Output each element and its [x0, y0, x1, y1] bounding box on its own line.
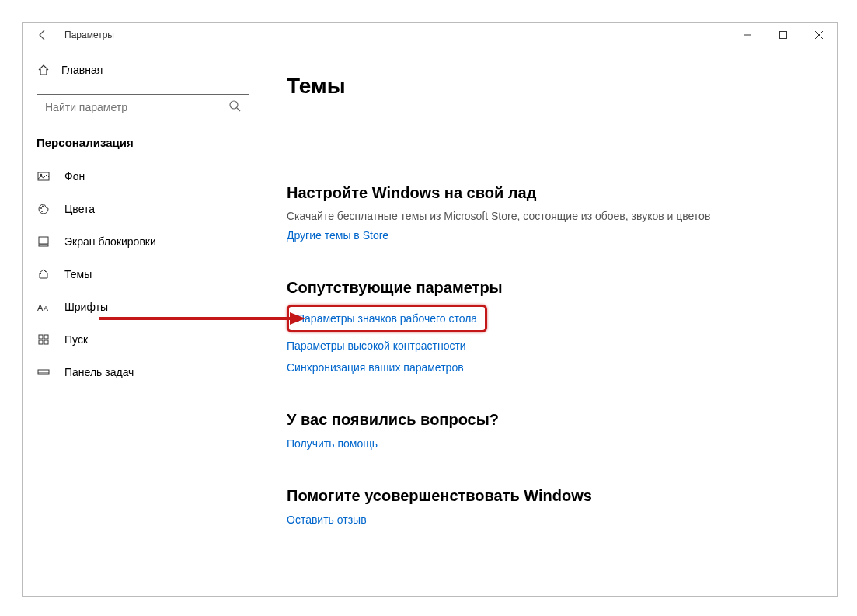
sidebar-item-label: Панель задач	[64, 366, 134, 378]
svg-rect-15	[39, 340, 43, 344]
store-themes-link[interactable]: Другие темы в Store	[287, 229, 388, 242]
sidebar-item-start[interactable]: Пуск	[23, 323, 263, 356]
back-button[interactable]	[35, 27, 51, 43]
sync-settings-link[interactable]: Синхронизация ваших параметров	[287, 361, 464, 374]
svg-point-6	[40, 207, 42, 209]
svg-text:A: A	[37, 303, 44, 312]
image-icon	[37, 169, 51, 183]
palette-icon	[37, 202, 51, 216]
close-button[interactable]	[801, 23, 837, 47]
feedback-section: Помогите усовершенствовать Windows Остав…	[287, 487, 813, 531]
svg-rect-4	[38, 172, 49, 180]
settings-window: Параметры Главная Персонализация	[22, 22, 838, 597]
svg-rect-1	[780, 32, 787, 39]
svg-rect-17	[38, 370, 49, 374]
content-area: Темы Настройте Windows на свой лад Скача…	[263, 47, 837, 596]
taskbar-icon	[37, 365, 51, 379]
highlight-annotation: Параметры значков рабочего стола	[287, 305, 487, 332]
sidebar-item-label: Цвета	[64, 203, 95, 215]
search-icon	[228, 99, 241, 115]
fonts-icon: AA	[37, 300, 51, 314]
related-heading: Сопутствующие параметры	[287, 279, 813, 297]
home-icon	[37, 63, 51, 77]
window-title: Параметры	[64, 30, 114, 40]
sidebar-item-lockscreen[interactable]: Экран блокировки	[23, 225, 263, 258]
start-icon	[37, 332, 51, 346]
svg-rect-9	[39, 237, 48, 244]
page-title: Темы	[287, 74, 813, 99]
customize-heading: Настройте Windows на свой лад	[287, 184, 813, 202]
sidebar-item-fonts[interactable]: AA Шрифты	[23, 291, 263, 323]
feedback-heading: Помогите усовершенствовать Windows	[287, 487, 813, 505]
customize-subtitle: Скачайте бесплатные темы из Microsoft St…	[287, 210, 813, 222]
questions-section: У вас появились вопросы? Получить помощь	[287, 411, 813, 454]
sidebar-item-taskbar[interactable]: Панель задач	[23, 356, 263, 388]
feedback-link[interactable]: Оставить отзыв	[287, 513, 367, 526]
sidebar-item-colors[interactable]: Цвета	[23, 193, 263, 225]
high-contrast-link[interactable]: Параметры высокой контрастности	[287, 339, 466, 352]
sidebar-item-label: Темы	[64, 268, 92, 280]
lockscreen-icon	[37, 235, 51, 249]
minimize-button[interactable]	[730, 23, 765, 47]
related-section: Сопутствующие параметры Параметры значко…	[287, 279, 813, 378]
desktop-icons-link[interactable]: Параметры значков рабочего стола	[297, 312, 477, 325]
titlebar: Параметры	[23, 23, 837, 47]
sidebar: Главная Персонализация Фон Цвета Экран б…	[23, 47, 263, 596]
sidebar-item-label: Фон	[64, 170, 85, 183]
sidebar-item-label: Пуск	[64, 333, 88, 346]
svg-rect-16	[44, 340, 48, 344]
sidebar-item-label: Шрифты	[64, 301, 108, 313]
svg-text:A: A	[44, 305, 48, 312]
questions-heading: У вас появились вопросы?	[287, 411, 813, 429]
svg-point-8	[41, 211, 43, 212]
sidebar-item-label: Экран блокировки	[64, 235, 156, 248]
get-help-link[interactable]: Получить помощь	[287, 437, 378, 450]
svg-point-7	[42, 206, 44, 207]
svg-rect-13	[39, 335, 43, 339]
themes-icon	[37, 267, 51, 281]
svg-rect-10	[39, 245, 48, 246]
customize-section: Настройте Windows на свой лад Скачайте б…	[287, 184, 813, 246]
sidebar-section-label: Персонализация	[23, 136, 263, 160]
sidebar-item-background[interactable]: Фон	[23, 160, 263, 193]
search-input[interactable]	[45, 101, 228, 113]
svg-line-3	[237, 108, 240, 111]
svg-point-2	[230, 101, 238, 109]
home-link[interactable]: Главная	[23, 55, 263, 85]
maximize-button[interactable]	[765, 23, 801, 47]
svg-rect-14	[44, 335, 48, 339]
sidebar-item-themes[interactable]: Темы	[23, 258, 263, 291]
search-box[interactable]	[37, 94, 249, 120]
home-label: Главная	[61, 64, 103, 76]
svg-point-5	[40, 174, 42, 176]
